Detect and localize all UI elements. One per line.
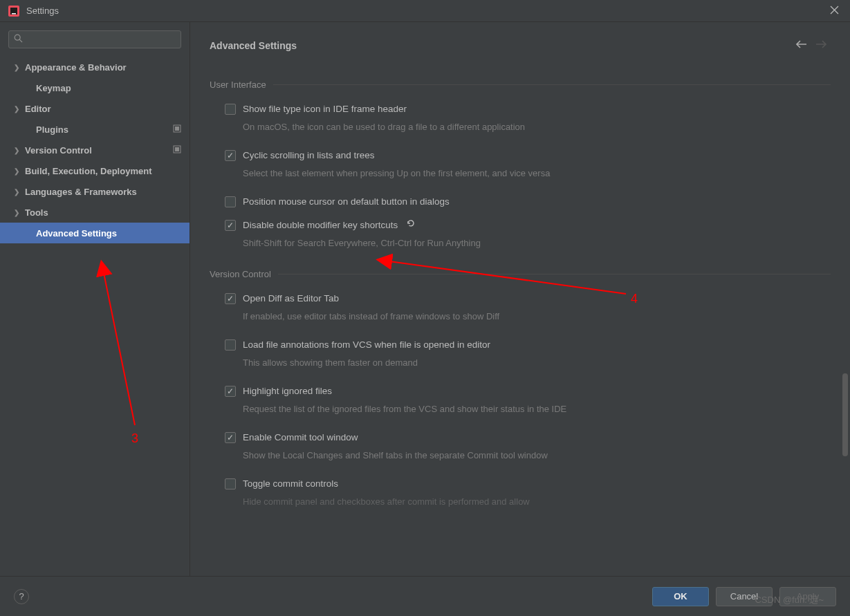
scrollbar-thumb[interactable] xyxy=(842,373,848,456)
settings-window: Settings ❯Appearance & Behavior Keymap ❯… xyxy=(0,0,850,616)
main-panel: Advanced Settings User Interface Show xyxy=(190,22,850,576)
section-version-control: Version Control Open Diff as Editor Tab … xyxy=(210,269,831,508)
checkbox[interactable] xyxy=(225,150,236,161)
search-input[interactable] xyxy=(8,30,181,48)
chevron-right-icon: ❯ xyxy=(14,167,24,175)
cancel-button[interactable]: Cancel xyxy=(716,587,773,606)
section-user-interface: User Interface Show file type icon in ID… xyxy=(210,80,831,250)
option-label: Toggle commit controls xyxy=(243,477,530,491)
checkbox[interactable] xyxy=(225,478,236,489)
option-disable-double-modifier: Disable double modifier key shortcuts Sh… xyxy=(210,218,831,250)
chevron-right-icon: ❯ xyxy=(14,209,24,216)
app-icon xyxy=(8,6,19,17)
option-label: Load file annotations from VCS when file… xyxy=(243,338,490,352)
svg-rect-2 xyxy=(12,13,16,15)
project-scope-icon xyxy=(173,124,181,135)
chevron-right-icon: ❯ xyxy=(14,105,24,113)
sidebar-item-keymap[interactable]: Keymap xyxy=(0,77,190,98)
chevron-right-icon: ❯ xyxy=(14,188,24,196)
close-icon[interactable] xyxy=(827,2,842,20)
option-desc: On macOS, the icon can be used to drag a… xyxy=(243,120,525,133)
sidebar-item-advanced-settings[interactable]: Advanced Settings xyxy=(0,223,190,243)
option-desc: Shift-Shift for Search Everywhere, Ctrl-… xyxy=(243,236,481,250)
page-title: Advanced Settings xyxy=(210,40,297,51)
option-label: Enable Commit tool window xyxy=(243,431,548,445)
option-label: Show file type icon in IDE frame header xyxy=(243,102,525,116)
sidebar-item-version-control[interactable]: ❯Version Control xyxy=(0,140,190,160)
sidebar-item-plugins[interactable]: Plugins xyxy=(0,119,190,140)
option-desc: Request the list of the ignored files fr… xyxy=(243,402,566,416)
settings-content[interactable]: User Interface Show file type icon in ID… xyxy=(190,60,850,576)
sidebar-item-appearance-behavior[interactable]: ❯Appearance & Behavior xyxy=(0,57,190,77)
checkbox[interactable] xyxy=(225,432,236,443)
apply-button[interactable]: Apply xyxy=(779,587,836,606)
option-label: Cyclic scrolling in lists and trees xyxy=(243,149,550,162)
section-title: Version Control xyxy=(210,269,271,279)
section-title: User Interface xyxy=(210,80,266,90)
nav-back-icon[interactable] xyxy=(792,37,811,53)
checkbox[interactable] xyxy=(225,196,236,207)
chevron-right-icon: ❯ xyxy=(14,64,24,71)
option-toggle-commit-controls: Toggle commit controls Hide commit panel… xyxy=(210,477,831,508)
project-scope-icon xyxy=(173,145,181,156)
nav-forward-icon xyxy=(811,37,831,53)
option-label: Open Diff as Editor Tab xyxy=(243,292,499,306)
sidebar-item-tools[interactable]: ❯Tools xyxy=(0,202,190,223)
option-open-diff-editor-tab: Open Diff as Editor Tab If enabled, use … xyxy=(210,292,831,323)
dialog-footer: ? OK Cancel Apply xyxy=(0,576,850,616)
option-highlight-ignored-files: Highlight ignored files Request the list… xyxy=(210,384,831,416)
window-title: Settings xyxy=(26,6,59,16)
sidebar-item-editor[interactable]: ❯Editor xyxy=(0,98,190,119)
help-icon[interactable]: ? xyxy=(14,589,29,604)
checkbox[interactable] xyxy=(225,339,236,351)
option-label: Highlight ignored files xyxy=(243,384,566,398)
option-desc: Select the last element when pressing Up… xyxy=(243,167,550,180)
option-cyclic-scrolling: Cyclic scrolling in lists and trees Sele… xyxy=(210,149,831,180)
settings-tree: ❯Appearance & Behavior Keymap ❯Editor Pl… xyxy=(0,57,190,576)
svg-rect-8 xyxy=(175,147,179,151)
option-label: Position mouse cursor on default button … xyxy=(243,195,450,209)
checkbox[interactable] xyxy=(225,386,236,397)
reset-icon[interactable] xyxy=(406,220,416,230)
ok-button[interactable]: OK xyxy=(652,587,709,606)
option-load-file-annotations: Load file annotations from VCS when file… xyxy=(210,338,831,369)
option-label: Disable double modifier key shortcuts xyxy=(243,218,481,232)
option-enable-commit-tool-window: Enable Commit tool window Show the Local… xyxy=(210,431,831,462)
option-desc: This allows showing them faster on deman… xyxy=(243,356,490,369)
titlebar: Settings xyxy=(0,0,850,22)
sidebar-item-languages-frameworks[interactable]: ❯Languages & Frameworks xyxy=(0,181,190,202)
option-desc: Show the Local Changes and Shelf tabs in… xyxy=(243,449,548,462)
checkbox[interactable] xyxy=(225,220,236,231)
settings-sidebar: ❯Appearance & Behavior Keymap ❯Editor Pl… xyxy=(0,22,190,576)
checkbox[interactable] xyxy=(225,293,236,304)
option-desc: Hide commit panel and checkboxes after c… xyxy=(243,495,530,508)
checkbox[interactable] xyxy=(225,104,236,115)
svg-rect-6 xyxy=(175,127,179,131)
option-desc: If enabled, use editor tabs instead of f… xyxy=(243,310,499,323)
option-position-mouse-cursor: Position mouse cursor on default button … xyxy=(210,195,831,209)
option-show-file-type-icon: Show file type icon in IDE frame header … xyxy=(210,102,831,133)
main-header: Advanced Settings xyxy=(190,22,850,60)
sidebar-item-build-execution-deployment[interactable]: ❯Build, Execution, Deployment xyxy=(0,160,190,181)
chevron-right-icon: ❯ xyxy=(14,147,24,154)
